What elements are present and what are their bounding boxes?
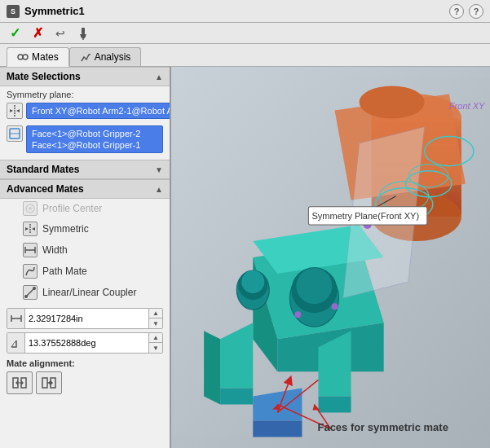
profile-center-label: Profile Center — [42, 203, 102, 214]
pin-icon — [77, 27, 90, 40]
svg-point-4 — [23, 55, 28, 59]
cancel-button[interactable]: ✗ — [29, 25, 46, 42]
path-mate-icon — [23, 264, 38, 279]
svg-point-59 — [332, 303, 338, 310]
advanced-mates-chevron: ▲ — [155, 185, 163, 194]
left-panel: Mate Selections ▲ Symmetry plane: Front … — [0, 67, 171, 448]
analysis-tab-label: Analysis — [95, 51, 131, 63]
angle-value: 13.37552888deg — [25, 336, 148, 349]
symmetry-plane-label: Symmetry plane: — [0, 86, 170, 101]
svg-point-60 — [294, 311, 301, 318]
title-bar-left: S Symmetric1 — [7, 5, 85, 18]
main-area: Mate Selections ▲ Symmetry plane: Front … — [0, 67, 490, 448]
symmetry-plane-value: Front XY@Robot Arm2-1@Robot A... — [32, 106, 171, 116]
symmetric-icon — [23, 222, 38, 236]
distance-input-row[interactable]: 2.32917284in ▲ ▼ — [7, 308, 163, 329]
angle-input-row[interactable]: 13.37552888deg ▲ ▼ — [7, 332, 163, 354]
path-mate-item[interactable]: Path Mate — [0, 261, 170, 282]
undo-icon: ↩ — [55, 27, 65, 40]
anti-aligned-icon — [41, 375, 57, 391]
svg-marker-46 — [204, 331, 220, 404]
svg-point-20 — [33, 287, 36, 290]
svg-marker-48 — [318, 396, 351, 412]
undo-button[interactable]: ↩ — [52, 25, 68, 42]
symmetry-plane-input[interactable]: Front XY@Robot Arm2-1@Robot A... — [26, 103, 171, 119]
scene-svg: Front XY Symmetry Plane(Front XY) — [171, 67, 490, 448]
linear-coupler-item[interactable]: Linear/Linear Coupler — [0, 282, 170, 303]
width-icon — [23, 243, 38, 257]
path-mate-label: Path Mate — [42, 266, 87, 277]
mate-selections-header[interactable]: Mate Selections ▲ — [0, 67, 170, 86]
face-selections-row: Face<1>@Robot Gripper-2 Face<1>@Robot Gr… — [0, 124, 170, 155]
symmetry-plane-row: Front XY@Robot Arm2-1@Robot A... — [0, 101, 170, 121]
svg-marker-50 — [253, 421, 302, 437]
symmetric-item[interactable]: Symmetric — [0, 218, 170, 239]
anti-aligned-button[interactable] — [36, 371, 62, 394]
standard-mates-label: Standard Mates — [7, 164, 79, 175]
align-buttons — [7, 371, 163, 394]
aligned-icon — [11, 375, 28, 391]
distance-arrows: ▲ ▼ — [148, 309, 162, 328]
svg-marker-28 — [21, 380, 24, 385]
check-icon: ✓ — [10, 25, 20, 41]
advanced-mates-label: Advanced Mates — [7, 183, 84, 195]
mate-alignment-label: Mate alignment: — [7, 358, 163, 368]
svg-marker-6 — [10, 109, 13, 112]
confirm-button[interactable]: ✓ — [7, 25, 23, 42]
window-title: Symmetric1 — [24, 5, 85, 17]
tab-mates[interactable]: Mates — [7, 47, 69, 67]
svg-marker-45 — [220, 388, 253, 404]
angle-icon — [7, 333, 25, 353]
title-bar-right: ? ? — [449, 4, 483, 19]
face-selections-input[interactable]: Face<1>@Robot Gripper-2 Face<1>@Robot Gr… — [26, 125, 163, 153]
svg-point-11 — [29, 207, 32, 210]
svg-marker-7 — [16, 109, 20, 112]
mate-selections-label: Mate Selections — [7, 71, 81, 82]
aligned-button[interactable] — [7, 371, 33, 394]
width-item[interactable]: Width — [0, 239, 170, 261]
mate-alignment-section: Mate alignment: — [0, 355, 170, 397]
svg-point-53 — [296, 268, 332, 304]
svg-marker-14 — [32, 227, 35, 231]
tab-analysis[interactable]: Analysis — [69, 47, 142, 66]
distance-icon — [7, 309, 25, 328]
svg-text:Front XY: Front XY — [449, 101, 486, 111]
angle-up-arrow[interactable]: ▲ — [149, 333, 162, 343]
help-button-1[interactable]: ? — [449, 4, 464, 19]
symmetric-label: Symmetric — [42, 223, 89, 235]
title-icon: S — [7, 5, 20, 18]
linear-coupler-label: Linear/Linear Coupler — [42, 287, 136, 298]
svg-rect-0 — [82, 28, 85, 34]
svg-point-3 — [18, 55, 23, 59]
tab-row: Mates Analysis — [0, 44, 490, 67]
linear-coupler-icon — [23, 285, 38, 300]
svg-marker-13 — [25, 227, 29, 231]
help-button-2[interactable]: ? — [469, 4, 483, 19]
standard-mates-chevron: ▼ — [155, 165, 163, 174]
distance-down-arrow[interactable]: ▼ — [149, 318, 162, 328]
cross-icon: ✗ — [33, 25, 43, 41]
svg-marker-27 — [15, 380, 18, 385]
standard-mates-header[interactable]: Standard Mates ▼ — [0, 160, 170, 179]
profile-center-icon — [23, 201, 38, 216]
svg-marker-32 — [51, 380, 53, 385]
face1-label: Face<1>@Robot Gripper-2 — [30, 128, 159, 139]
svg-marker-33 — [48, 380, 51, 385]
analysis-tab-icon — [80, 51, 91, 63]
distance-up-arrow[interactable]: ▲ — [149, 309, 162, 318]
svg-text:Symmetry Plane(Front XY): Symmetry Plane(Front XY) — [311, 211, 419, 221]
svg-point-39 — [360, 86, 425, 118]
angle-arrows: ▲ ▼ — [148, 333, 162, 353]
symmetry-plane-icon — [7, 103, 23, 119]
svg-point-19 — [24, 295, 28, 298]
pin-button[interactable] — [75, 25, 91, 42]
profile-center-item[interactable]: Profile Center — [0, 199, 170, 218]
faces-label: Faces for symmetric mate — [317, 421, 448, 433]
advanced-mates-header[interactable]: Advanced Mates ▲ — [0, 179, 170, 199]
angle-down-arrow[interactable]: ▼ — [149, 343, 162, 353]
3d-scene: Front XY Symmetry Plane(Front XY) — [171, 67, 490, 448]
svg-rect-29 — [42, 378, 47, 388]
toolbar-row: ✓ ✗ ↩ — [0, 23, 490, 44]
distance-value: 2.32917284in — [25, 312, 148, 325]
svg-point-56 — [241, 270, 264, 293]
